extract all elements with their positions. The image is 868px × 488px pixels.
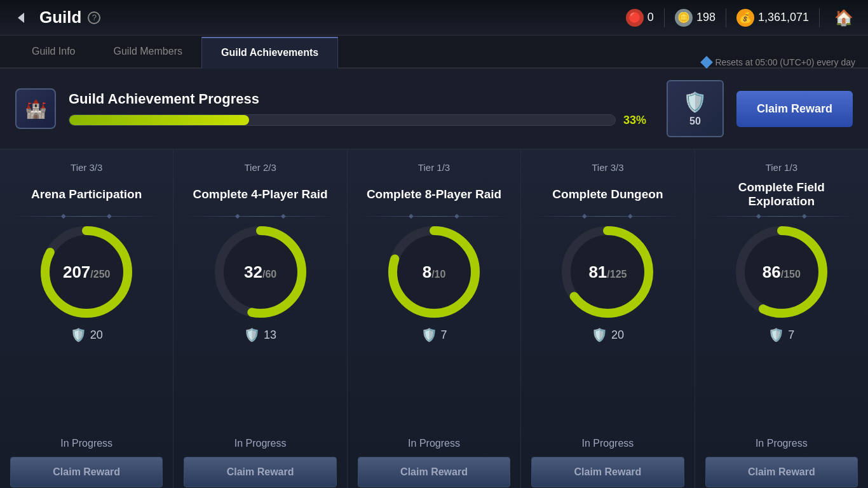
resource-red: 🔴 0	[626, 9, 654, 27]
red-resource-icon: 🔴	[626, 9, 644, 27]
tier-label-2: Tier 1/3	[418, 162, 450, 173]
reset-info: Resets at 05:00 (UTC+0) every day	[702, 57, 855, 67]
page-title: Guild	[39, 8, 81, 27]
achievement-name-4: Complete Field Exploration	[705, 178, 858, 211]
help-icon[interactable]: ?	[88, 11, 100, 24]
claim-reward-button-0[interactable]: Claim Reward	[10, 457, 163, 487]
tab-guild-achievements[interactable]: Guild Achievements	[201, 37, 338, 69]
progress-info: Guild Achievement Progress 33%	[69, 91, 654, 127]
circle-progress-3: 81/125	[560, 224, 655, 320]
points-value-0: 20	[90, 329, 103, 342]
reward-box: 🛡️ 50	[667, 80, 724, 137]
circle-text-1: 32/60	[244, 262, 276, 282]
points-value-4: 7	[788, 329, 794, 342]
claim-reward-button-3[interactable]: Claim Reward	[531, 457, 684, 487]
tier-label-3: Tier 3/3	[592, 162, 623, 173]
claim-reward-button-2[interactable]: Claim Reward	[358, 457, 510, 487]
points-value-2: 7	[441, 329, 447, 342]
resource-silver: 🪙 198	[675, 9, 715, 27]
gold-resource-icon: 💰	[736, 9, 754, 27]
separator-2	[358, 216, 510, 217]
achievement-name-1: Complete 4-Player Raid	[193, 178, 327, 211]
circle-text-3: 81/125	[588, 262, 627, 282]
progress-section: 🏰 Guild Achievement Progress 33% 🛡️ 50 C…	[0, 69, 868, 149]
red-resource-value: 0	[648, 11, 654, 24]
achievement-name-2: Complete 8-Player Raid	[367, 178, 501, 211]
circle-text-2: 8/10	[423, 262, 446, 282]
reward-points-2: 🛡️ 7	[421, 327, 447, 342]
achievement-card-1: Tier 2/3 Complete 4-Player Raid 32/60 🛡️…	[173, 149, 347, 488]
circle-progress-1: 32/60	[213, 224, 308, 320]
progress-bar-container: 33%	[69, 114, 654, 127]
guild-badge-icon: 🏰	[25, 98, 47, 119]
status-1: In Progress	[234, 348, 287, 449]
separator-0	[10, 216, 163, 217]
tab-guild-members[interactable]: Guild Members	[94, 36, 201, 67]
status-0: In Progress	[60, 348, 112, 449]
progress-title: Guild Achievement Progress	[69, 91, 654, 107]
circle-progress-4: 86/150	[734, 224, 829, 320]
tab-guild-info[interactable]: Guild Info	[13, 36, 94, 67]
claim-reward-button-4[interactable]: Claim Reward	[705, 457, 858, 487]
achievement-card-2: Tier 1/3 Complete 8-Player Raid 8/10 🛡️ …	[348, 149, 521, 488]
gold-resource-value: 1,361,071	[758, 11, 809, 24]
header-right: 🔴 0 🪙 198 💰 1,361,071 🏠	[626, 4, 858, 32]
divider-2	[726, 8, 726, 27]
points-icon-0: 🛡️	[71, 327, 86, 342]
tabs-bar: Guild Info Guild Members Guild Achieveme…	[0, 36, 868, 69]
circle-text-0: 207/250	[63, 262, 111, 282]
claim-reward-button-1[interactable]: Claim Reward	[184, 457, 336, 487]
achievement-card-0: Tier 3/3 Arena Participation 207/250 🛡️ …	[0, 149, 173, 488]
svg-marker-0	[18, 13, 24, 23]
header-left: Guild ?	[10, 6, 626, 29]
reward-points-1: 🛡️ 13	[244, 327, 276, 342]
circle-progress-0: 207/250	[39, 224, 134, 320]
home-button[interactable]: 🏠	[830, 4, 858, 32]
points-icon-2: 🛡️	[421, 327, 437, 342]
reward-icon: 🛡️	[683, 91, 707, 113]
tier-label-4: Tier 1/3	[766, 162, 797, 173]
achievement-card-3: Tier 3/3 Complete Dungeon 81/125 🛡️ 20 I…	[521, 149, 695, 488]
points-icon-4: 🛡️	[768, 327, 784, 342]
guild-badge: 🏰	[15, 88, 56, 129]
separator-1	[184, 216, 336, 217]
status-3: In Progress	[582, 348, 634, 449]
tier-label-1: Tier 2/3	[244, 162, 276, 173]
progress-bar-bg	[69, 114, 616, 126]
cards-container: Tier 3/3 Arena Participation 207/250 🛡️ …	[0, 149, 868, 488]
progress-bar-fill	[69, 115, 249, 125]
achievement-card-4: Tier 1/3 Complete Field Exploration 86/1…	[695, 149, 868, 488]
back-button[interactable]	[10, 6, 33, 29]
silver-resource-icon: 🪙	[675, 9, 693, 27]
status-4: In Progress	[756, 348, 808, 449]
reset-diamond-icon	[700, 56, 713, 69]
circle-text-4: 86/150	[763, 262, 801, 282]
separator-4	[705, 216, 858, 217]
reward-points-4: 🛡️ 7	[768, 327, 794, 342]
points-value-3: 20	[611, 329, 624, 342]
circle-progress-2: 8/10	[386, 224, 482, 320]
points-icon-3: 🛡️	[592, 327, 607, 342]
status-2: In Progress	[408, 348, 460, 449]
resource-gold: 💰 1,361,071	[736, 9, 809, 27]
reward-points-0: 🛡️ 20	[71, 327, 103, 342]
achievement-name-3: Complete Dungeon	[552, 178, 663, 211]
divider-3	[819, 8, 820, 27]
achievement-name-0: Arena Participation	[31, 178, 142, 211]
divider	[664, 8, 665, 27]
header: Guild ? 🔴 0 🪙 198 💰 1,361,071 🏠	[0, 0, 868, 36]
separator-3	[531, 216, 684, 217]
points-icon-1: 🛡️	[244, 327, 260, 342]
reward-points-3: 🛡️ 20	[592, 327, 624, 342]
points-value-1: 13	[264, 329, 276, 342]
tier-label-0: Tier 3/3	[71, 162, 102, 173]
claim-reward-main-button[interactable]: Claim Reward	[736, 91, 853, 127]
reward-count: 50	[689, 116, 701, 127]
silver-resource-value: 198	[696, 11, 715, 24]
progress-percent: 33%	[623, 114, 654, 127]
